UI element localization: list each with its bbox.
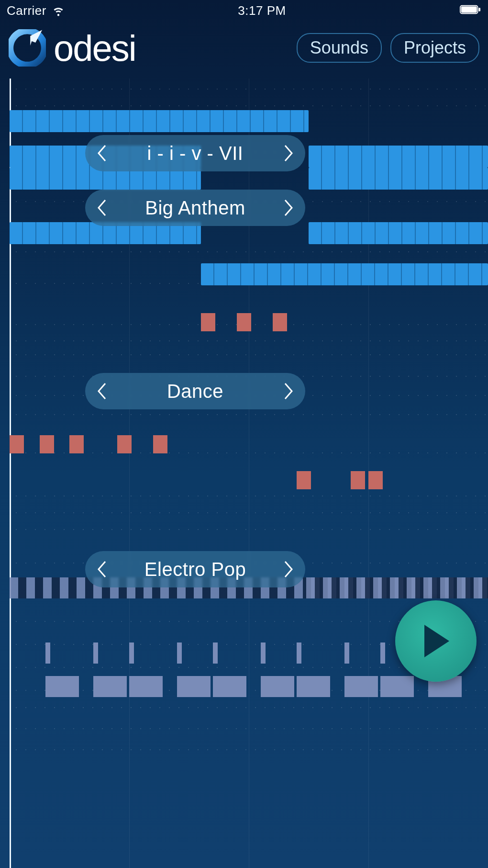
chevron-left-icon[interactable] <box>97 198 108 217</box>
bass-note[interactable] <box>380 676 414 697</box>
sounds-button[interactable]: Sounds <box>297 33 382 63</box>
grid-row <box>11 707 488 709</box>
grid-row <box>11 495 488 497</box>
playhead[interactable] <box>10 79 11 868</box>
bass-note[interactable] <box>380 643 385 664</box>
chord-progression-selector: i - i - v - VII <box>85 135 305 171</box>
bass-lane[interactable] <box>10 676 488 697</box>
style-selector: Electro Pop <box>85 551 305 587</box>
drum-hit[interactable] <box>69 435 84 453</box>
status-bar: Carrier 3:17 PM <box>0 0 488 21</box>
bass-note[interactable] <box>344 643 349 664</box>
drum-hit[interactable] <box>153 435 167 453</box>
grid-row <box>11 728 488 730</box>
hihat-lane[interactable] <box>306 577 488 598</box>
svg-rect-2 <box>478 8 480 11</box>
bass-note[interactable] <box>297 676 330 697</box>
drum-hit[interactable] <box>117 435 132 453</box>
bass-note[interactable] <box>45 643 50 664</box>
play-icon <box>421 624 451 658</box>
chord-note[interactable] <box>309 146 488 168</box>
chevron-left-icon[interactable] <box>97 144 108 163</box>
chevron-right-icon[interactable] <box>282 198 294 217</box>
bass-note[interactable] <box>213 643 218 664</box>
bass-note[interactable] <box>261 676 294 697</box>
drum-hit[interactable] <box>201 313 215 331</box>
app-header: odesi Sounds Projects <box>0 21 488 79</box>
style-label: Electro Pop <box>144 559 246 580</box>
grid-row <box>11 354 488 356</box>
bass-note[interactable] <box>177 676 211 697</box>
app-name-label: odesi <box>54 27 136 69</box>
chord-progression-label: i - i - v - VII <box>147 143 244 164</box>
bass-note[interactable] <box>129 676 163 697</box>
chord-note[interactable] <box>10 110 309 132</box>
bass-note[interactable] <box>129 643 134 664</box>
play-button[interactable] <box>395 600 477 682</box>
grid-row <box>11 340 488 342</box>
wifi-icon <box>52 4 65 17</box>
grid-row <box>11 529 488 530</box>
projects-button[interactable]: Projects <box>390 33 479 63</box>
drum-hit[interactable] <box>273 313 287 331</box>
drum-hit[interactable] <box>40 435 54 453</box>
drum-hit[interactable] <box>237 313 251 331</box>
chord-note[interactable] <box>201 263 488 285</box>
bass-note[interactable] <box>93 676 127 697</box>
clock-label: 3:17 PM <box>238 3 286 18</box>
app-logo: odesi <box>9 27 136 69</box>
grid-row <box>11 251 488 253</box>
bass-note[interactable] <box>344 676 378 697</box>
svg-rect-1 <box>461 6 477 12</box>
grid-row <box>11 512 488 514</box>
grid-row <box>11 414 488 416</box>
preset-label: Big Anthem <box>145 197 245 219</box>
chevron-right-icon[interactable] <box>282 144 294 163</box>
carrier-label: Carrier <box>7 3 46 18</box>
grid-row <box>11 88 488 90</box>
grid-row <box>11 105 488 107</box>
chevron-right-icon[interactable] <box>282 560 294 579</box>
bass-note[interactable] <box>177 643 182 664</box>
chord-note[interactable] <box>309 168 488 190</box>
logo-icon <box>9 29 46 67</box>
bass-note[interactable] <box>93 643 98 664</box>
bass-note[interactable] <box>261 643 266 664</box>
chevron-left-icon[interactable] <box>97 382 108 401</box>
preset-selector: Big Anthem <box>85 190 305 226</box>
bass-note[interactable] <box>213 676 246 697</box>
drum-hit[interactable] <box>297 471 311 489</box>
drum-hit[interactable] <box>368 471 383 489</box>
bass-note[interactable] <box>45 676 79 697</box>
chevron-left-icon[interactable] <box>97 560 108 579</box>
bass-note[interactable] <box>297 643 301 664</box>
chevron-right-icon[interactable] <box>282 382 294 401</box>
battery-icon <box>459 3 481 18</box>
genre-selector: Dance <box>85 373 305 409</box>
grid-row <box>11 749 488 751</box>
chord-note[interactable] <box>309 222 488 244</box>
drum-hit[interactable] <box>10 435 24 453</box>
genre-label: Dance <box>167 381 223 402</box>
drum-hit[interactable] <box>351 471 365 489</box>
